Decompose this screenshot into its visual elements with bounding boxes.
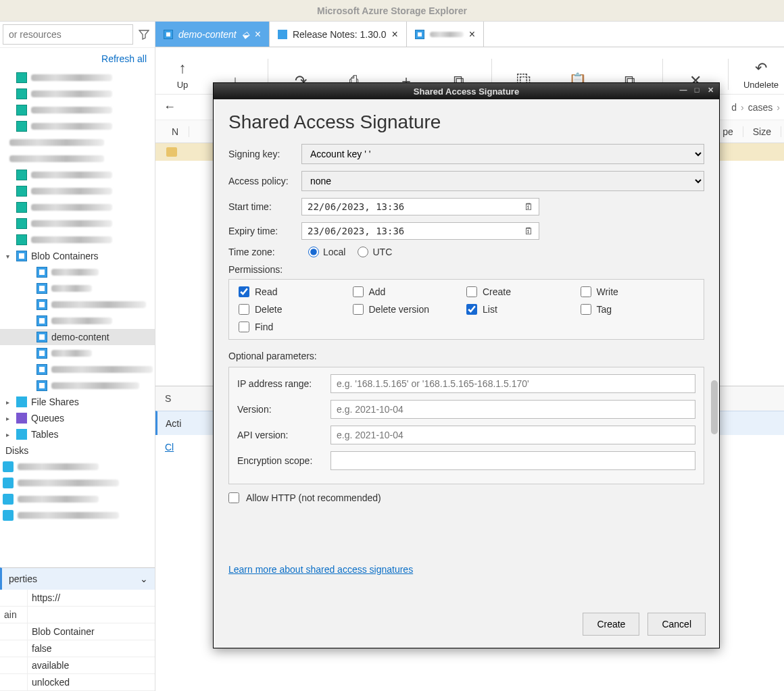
disks-section: Disks	[0, 442, 155, 459]
tree-container-item[interactable]	[0, 345, 155, 361]
tree-container-item[interactable]	[0, 361, 155, 378]
start-time-input[interactable]: 22/06/2023, 13:36🗓	[301, 198, 539, 215]
perm-find[interactable]: Find	[239, 322, 353, 332]
ip-range-label: IP address range:	[237, 378, 325, 389]
ip-range-input[interactable]	[330, 374, 695, 393]
tree-blob-containers[interactable]: ▾ Blob Containers	[0, 248, 155, 264]
access-policy-select[interactable]: none	[301, 171, 704, 191]
back-icon[interactable]: ←	[164, 100, 176, 114]
tree-item[interactable]	[0, 86, 155, 102]
encryption-scope-input[interactable]	[330, 451, 695, 470]
tree-item[interactable]	[0, 102, 155, 118]
optional-params-box: IP address range: Version: API version: …	[228, 367, 704, 484]
refresh-all-link[interactable]: Refresh all	[101, 53, 147, 64]
tree-container-item[interactable]	[0, 378, 155, 394]
close-icon[interactable]: ×	[469, 28, 475, 41]
sidebar: Refresh all ▾ Blob Containers	[0, 22, 155, 691]
tree-disk-item[interactable]	[0, 459, 155, 475]
close-icon[interactable]: ×	[255, 28, 261, 41]
tab-label: Release Notes: 1.30.0	[293, 29, 387, 40]
create-button[interactable]: Create	[583, 613, 639, 636]
maximize-icon[interactable]: □	[692, 85, 702, 95]
tree-item[interactable]	[0, 70, 155, 86]
expiry-time-input[interactable]: 23/06/2023, 13:36🗓	[301, 222, 539, 240]
perm-list[interactable]: List	[466, 304, 581, 315]
sas-dialog: Shared Access Signature — □ ✕ Shared Acc…	[213, 82, 720, 648]
undelete-button[interactable]: ↶Undelete	[741, 59, 781, 90]
close-icon[interactable]: ×	[391, 28, 397, 41]
tree-item[interactable]	[0, 134, 155, 151]
cancel-button[interactable]: Cancel	[647, 613, 706, 636]
tree-container-item[interactable]	[0, 264, 155, 280]
clear-link[interactable]: Cl	[165, 442, 174, 453]
chevron-right-icon[interactable]: ▸	[3, 431, 12, 438]
tree-tables[interactable]: ▸Tables	[0, 426, 155, 442]
api-version-input[interactable]	[330, 426, 695, 444]
tab-release-notes[interactable]: Release Notes: 1.30.0 ×	[270, 22, 407, 47]
prop-value: https://	[27, 590, 155, 606]
tree-item[interactable]	[0, 118, 155, 134]
upload-icon: ↑	[179, 59, 187, 77]
tree-item[interactable]	[0, 232, 155, 248]
close-icon[interactable]: ✕	[706, 85, 715, 95]
perm-delete[interactable]: Delete	[239, 304, 353, 315]
perm-create[interactable]: Create	[466, 286, 581, 297]
upload-button[interactable]: ↑Up	[162, 59, 203, 90]
undo-icon: ↶	[755, 59, 767, 77]
tree-container-item[interactable]	[0, 297, 155, 313]
tree-container-item[interactable]	[0, 280, 155, 297]
perm-read[interactable]: Read	[239, 286, 353, 297]
tree-container-item[interactable]	[0, 313, 155, 329]
chevron-right-icon: ›	[777, 102, 780, 113]
tree-item[interactable]	[0, 183, 155, 199]
container-icon	[36, 299, 47, 310]
breadcrumb-part[interactable]: d	[731, 102, 737, 113]
unpin-icon[interactable]: ⬙	[242, 29, 249, 40]
tz-local-radio[interactable]: Local	[308, 247, 345, 257]
tree-item[interactable]	[0, 199, 155, 215]
calendar-icon[interactable]: 🗓	[524, 201, 533, 212]
prop-value: unlocked	[27, 674, 155, 690]
col-size[interactable]: Size	[743, 126, 781, 137]
scrollbar-thumb[interactable]	[711, 380, 718, 434]
tab-other[interactable]: ×	[407, 22, 484, 47]
version-input[interactable]	[330, 400, 695, 419]
folder-icon	[166, 147, 177, 157]
perm-add[interactable]: Add	[353, 286, 467, 297]
tree-item[interactable]	[0, 167, 155, 183]
tree-queues[interactable]: ▸Queues	[0, 410, 155, 426]
chevron-down-icon[interactable]: ⌄	[140, 573, 148, 584]
col-name[interactable]: N	[162, 126, 189, 137]
tree-disk-item[interactable]	[0, 507, 155, 523]
tree-label: Queues	[31, 413, 64, 424]
calendar-icon[interactable]: 🗓	[524, 226, 533, 236]
tab-demo-content[interactable]: demo-content ⬙ ×	[155, 22, 270, 47]
tree-item[interactable]	[0, 151, 155, 167]
tree-disk-item[interactable]	[0, 475, 155, 491]
allow-http-checkbox[interactable]	[228, 492, 239, 503]
learn-more-link[interactable]: Learn more about shared access signature…	[228, 564, 704, 575]
properties-panel-header[interactable]: perties ⌄	[0, 567, 155, 590]
tree-disk-item[interactable]	[0, 491, 155, 507]
tree-container-demo-content[interactable]: demo-content	[0, 329, 155, 345]
allow-http-label: Allow HTTP (not recommended)	[246, 492, 381, 503]
perm-delete-version[interactable]: Delete version	[353, 304, 467, 315]
breadcrumb-part[interactable]: cases	[748, 102, 773, 113]
perm-write[interactable]: Write	[581, 286, 695, 297]
signing-key-select[interactable]: Account key ' '	[301, 144, 704, 164]
tree-label: Blob Containers	[31, 251, 99, 261]
tree-item[interactable]	[0, 215, 155, 232]
tree-label: demo-content	[51, 332, 109, 342]
prop-value: Blob Container	[27, 623, 155, 640]
filter-icon[interactable]	[136, 26, 152, 43]
chevron-right-icon[interactable]: ▸	[3, 415, 12, 422]
dialog-titlebar[interactable]: Shared Access Signature — □ ✕	[214, 83, 719, 99]
search-input[interactable]	[3, 24, 133, 45]
container-icon	[164, 30, 173, 39]
minimize-icon[interactable]: —	[679, 85, 688, 95]
tz-utc-radio[interactable]: UTC	[358, 247, 392, 257]
perm-tag[interactable]: Tag	[581, 304, 695, 315]
tree-file-shares[interactable]: ▸File Shares	[0, 394, 155, 410]
chevron-right-icon[interactable]: ▸	[3, 399, 12, 406]
chevron-down-icon[interactable]: ▾	[3, 253, 12, 260]
